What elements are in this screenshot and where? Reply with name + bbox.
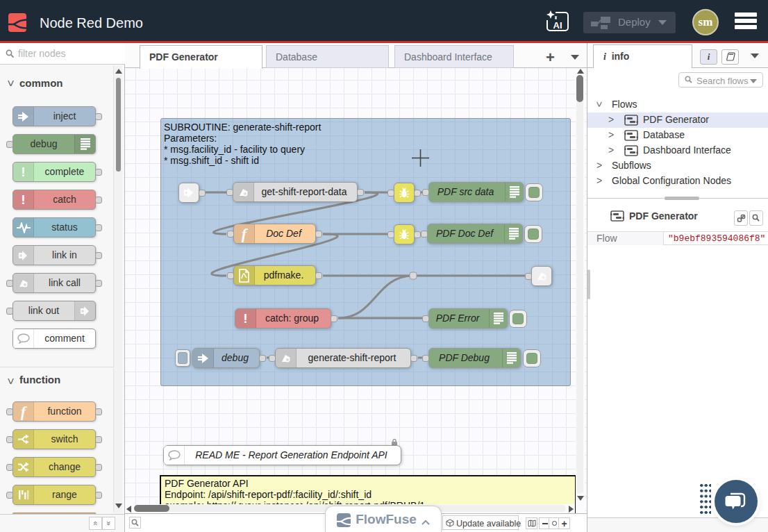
svg-text:AI: AI <box>553 20 562 31</box>
